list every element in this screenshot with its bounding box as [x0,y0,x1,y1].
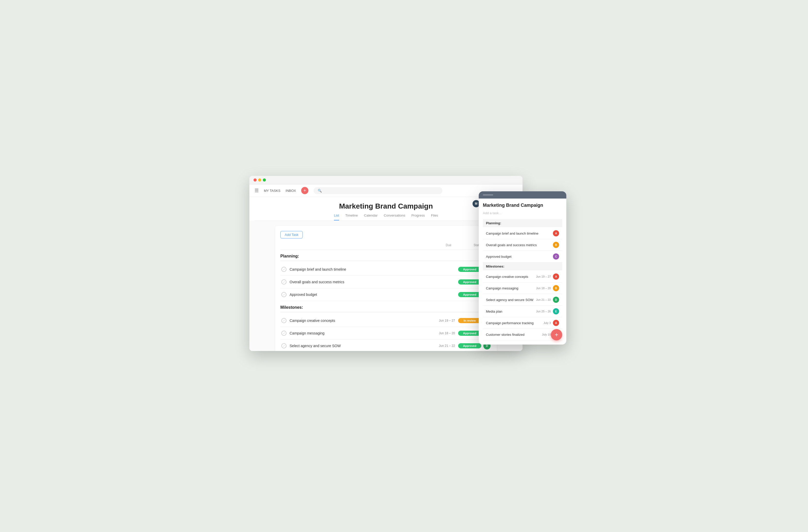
add-task-button[interactable]: Add Task [280,231,303,239]
panel-task-name: Campaign creative concepts [486,275,536,279]
task-name: Approved budget [290,292,429,297]
task-row[interactable]: Campaign creative concepts Jun 19 – 27 I… [280,315,492,327]
panel-task-due: July 3 [544,321,551,324]
panel-task-due: Jun 19 – 27 [536,275,551,278]
task-name: Campaign messaging [290,331,429,335]
due-column-header: Due [426,243,452,247]
tab-files[interactable]: Files [431,213,438,221]
panel-task-name: Overall goals and success metrics [486,243,553,247]
tab-list[interactable]: List [334,213,339,221]
section-milestones: Milestones: [280,305,492,312]
task-due: Jun 19 – 27 [429,319,455,322]
tab-conversations[interactable]: Conversations [384,213,405,221]
panel-task-due: July 10 [542,333,551,336]
task-check[interactable] [281,279,287,285]
panel-task-due: Jun 25 – 26 [536,310,551,313]
panel-task-row[interactable]: Select agency and secure SOW Jun 21 – 22… [483,294,562,306]
task-name: Campaign creative concepts [290,319,429,323]
task-row[interactable]: Approved budget Approved C [280,288,492,301]
task-row[interactable]: Select agency and secure SOW Jun 21 – 22… [280,340,492,351]
panel-task-name: Select agency and secure SOW [486,298,536,302]
panel-task-avatar: E [553,308,559,315]
task-name: Overall goals and success metrics [290,280,429,284]
right-panel: Marketing Brand Campaign Add a task... P… [479,191,566,344]
panel-task-avatar: A [553,320,559,326]
panel-header [479,191,566,198]
panel-section-planning: Planning: [483,219,562,227]
panel-task-avatar: D [553,297,559,303]
panel-drag-handle[interactable] [483,194,493,195]
panel-task-row[interactable]: Media plan Jun 25 – 26 E [483,306,562,317]
traffic-light-red[interactable] [254,178,257,182]
panel-task-name: Customer stories finalized [486,333,542,337]
panel-task-row[interactable]: Campaign creative concepts Jun 19 – 27 A [483,271,562,283]
panel-body: Marketing Brand Campaign Add a task... P… [479,198,566,344]
panel-task-name: Campaign performance tracking [486,321,544,325]
hamburger-icon[interactable]: ☰ [255,188,259,193]
panel-task-due: Jun 18 – 20 [536,287,551,290]
panel-task-row[interactable]: Campaign messaging Jun 18 – 20 B [483,283,562,294]
panel-task-name: Approved budget [486,255,553,259]
task-check[interactable] [281,267,287,272]
panel-add-task[interactable]: Add a task... [483,211,562,215]
task-name: Campaign brief and launch timeline [290,267,429,271]
my-tasks-link[interactable]: MY TASKS [264,189,280,193]
title-bar [250,176,522,184]
task-due: Jun 21 – 22 [429,344,455,348]
traffic-light-yellow[interactable] [258,178,261,182]
section-planning: Planning: [280,254,492,261]
panel-task-name: Campaign messaging [486,286,536,290]
task-check[interactable] [281,343,287,348]
status-badge: Approved [458,267,481,272]
inbox-link[interactable]: INBOX [286,189,296,193]
panel-task-due: Jun 21 – 22 [536,298,551,301]
status-badge: Approved [458,343,481,348]
panel-task-avatar: C [553,253,559,260]
status-badge: Approved [458,330,481,336]
panel-task-name: Media plan [486,309,536,314]
panel-title: Marketing Brand Campaign [483,203,562,208]
panel-task-avatar: B [553,285,559,291]
panel-task-row[interactable]: Customer stories finalized July 10 C [483,329,562,340]
task-row[interactable]: Campaign brief and launch timeline Appro… [280,263,492,276]
status-badge: In review [458,318,481,323]
status-badge: Approved [458,279,481,285]
task-header-row: Due Status 👤 [280,243,492,250]
add-button[interactable]: + [301,187,308,194]
status-column-header: Status [452,243,482,247]
tab-timeline[interactable]: Timeline [345,213,358,221]
task-check[interactable] [281,330,287,336]
panel-task-name: Campaign brief and launch timeline [486,231,553,235]
panel-task-row[interactable]: Overall goals and success metrics B [483,239,562,251]
panel-fab-button[interactable]: + [551,329,562,340]
panel-task-row[interactable]: Campaign performance tracking July 3 A [483,317,562,329]
task-check[interactable] [281,292,287,297]
search-icon: 🔍 [318,189,322,193]
task-name: Select agency and secure SOW [290,344,429,348]
task-check[interactable] [281,318,287,323]
panel-task-avatar: A [553,230,559,236]
task-row[interactable]: Overall goals and success metrics Approv… [280,276,492,288]
status-badge: Approved [458,292,481,297]
tab-progress[interactable]: Progress [411,213,425,221]
traffic-light-green[interactable] [263,178,266,182]
search-bar[interactable]: 🔍 [314,187,442,194]
task-due: Jun 18 – 20 [429,331,455,335]
task-area: Add Task Due Status 👤 Planning: Campaign… [275,226,497,351]
project-tabs: List Timeline Calendar Conversations Pro… [255,213,517,221]
panel-task-avatar: B [553,242,559,248]
task-row[interactable]: Campaign messaging Jun 18 – 20 Approved … [280,327,492,340]
panel-section-milestones: Milestones: [483,262,562,270]
panel-task-avatar: A [553,273,559,280]
panel-task-row[interactable]: Approved budget C [483,251,562,262]
panel-task-row[interactable]: Campaign brief and launch timeline A [483,228,562,239]
tab-calendar[interactable]: Calendar [364,213,378,221]
